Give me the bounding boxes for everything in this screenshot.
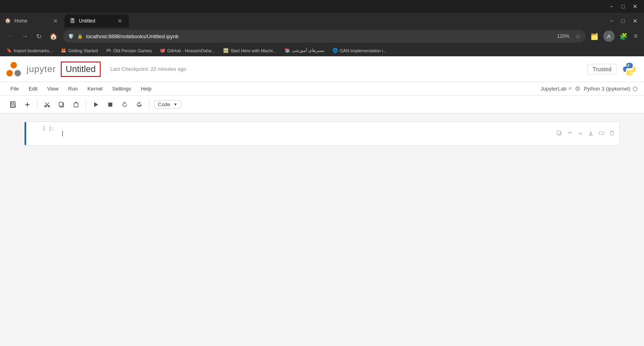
stop-icon bbox=[107, 101, 114, 108]
start-here-icon: 🖼️ bbox=[223, 48, 229, 53]
jupyter-header: jupyter Untitled Last Checkpoint: 22 min… bbox=[0, 56, 644, 82]
restart-run-button[interactable] bbox=[133, 100, 146, 109]
security-icon: 🛡️ bbox=[68, 33, 74, 39]
tab-untitled[interactable]: 📓 Untitled ✕ bbox=[64, 14, 129, 27]
copy-cell-icon bbox=[557, 130, 562, 136]
save-icon bbox=[10, 101, 16, 108]
cell-cursor bbox=[62, 131, 63, 136]
checkpoint-text: Last Checkpoint: 22 minutes ago bbox=[110, 66, 186, 72]
bookmark-start-here[interactable]: 🖼️ Start Here with Machi... bbox=[220, 47, 279, 54]
browser-minimize-button[interactable]: − bbox=[607, 17, 616, 25]
bookmark-getting-started[interactable]: 🦊 Getting Started bbox=[58, 47, 101, 54]
move-down-icon bbox=[578, 130, 583, 136]
close-button[interactable]: ✕ bbox=[630, 3, 641, 10]
run-icon bbox=[93, 101, 99, 108]
home-tab-close[interactable]: ✕ bbox=[52, 17, 60, 25]
lock-icon: 🔒 bbox=[77, 34, 83, 39]
address-bar: ← → ↻ 🏠 🛡️ 🔒 120% ☆ 🗂️ A 🧩 ≡ bbox=[0, 27, 644, 45]
cell-type-chevron: ▼ bbox=[173, 102, 178, 107]
back-button[interactable]: ← bbox=[5, 31, 16, 41]
bookmark-import-label: Import bookmarks... bbox=[14, 48, 53, 53]
home-nav-button[interactable]: 🏠 bbox=[47, 31, 60, 42]
address-input[interactable] bbox=[86, 33, 551, 39]
menu-run[interactable]: Run bbox=[64, 84, 82, 93]
svg-rect-10 bbox=[59, 102, 63, 106]
copy-icon bbox=[58, 101, 65, 108]
cell-type-dropdown[interactable]: Code ▼ bbox=[154, 100, 181, 109]
menu-file[interactable]: File bbox=[6, 84, 23, 93]
svg-rect-11 bbox=[74, 103, 78, 107]
toggle-icon bbox=[599, 130, 604, 136]
bookmark-old-persian-games-label: Old Persian Games bbox=[113, 48, 152, 53]
menu-help[interactable]: Help bbox=[137, 84, 156, 93]
notebook-title: Untitled bbox=[66, 64, 96, 74]
svg-marker-15 bbox=[139, 102, 140, 104]
delete-icon bbox=[609, 130, 615, 136]
settings-icon[interactable]: ⚙ bbox=[575, 85, 580, 93]
bookmark-amouzesh[interactable]: 📚 مسرهای آموزشی bbox=[281, 47, 328, 54]
maximize-button[interactable]: □ bbox=[618, 3, 628, 10]
kernel-indicator: Python 3 (ipykernel) bbox=[584, 86, 638, 92]
browser-maximize-button[interactable]: □ bbox=[618, 17, 628, 25]
restart-button[interactable] bbox=[118, 100, 131, 109]
menu-view[interactable]: View bbox=[43, 84, 62, 93]
bookmark-start-here-label: Start Here with Machi... bbox=[230, 48, 276, 53]
bookmark-old-persian-games[interactable]: 🎮 Old Persian Games bbox=[103, 47, 155, 54]
run-button[interactable] bbox=[89, 100, 102, 109]
tab-bar: 🏠 Home ✕ 📓 Untitled ✕ − □ ✕ bbox=[0, 13, 644, 27]
copy-cell-button[interactable] bbox=[555, 129, 564, 139]
browser-close-button[interactable]: ✕ bbox=[630, 17, 641, 25]
save-button[interactable] bbox=[6, 100, 19, 109]
delete-cell-button[interactable] bbox=[607, 129, 616, 139]
bookmark-import[interactable]: 🔖 Import bookmarks... bbox=[3, 47, 56, 54]
menu-right: JupyterLab ↗ ⚙ Python 3 (ipykernel) bbox=[541, 85, 638, 93]
home-tab-title: Home bbox=[14, 18, 48, 24]
add-cell-button[interactable] bbox=[21, 100, 34, 109]
address-input-wrapper: 🛡️ 🔒 120% ☆ bbox=[63, 30, 586, 43]
import-bookmark-icon: 🔖 bbox=[6, 48, 12, 53]
paste-button[interactable] bbox=[70, 100, 83, 109]
amouzesh-icon: 📚 bbox=[285, 48, 290, 53]
forward-button[interactable]: → bbox=[19, 31, 31, 41]
star-icon[interactable]: ☆ bbox=[575, 33, 581, 40]
pocket-icon[interactable]: 🗂️ bbox=[589, 31, 600, 42]
copy-button[interactable] bbox=[55, 100, 68, 109]
untitled-tab-close[interactable]: ✕ bbox=[116, 17, 124, 25]
bookmark-getting-started-label: Getting Started bbox=[68, 48, 98, 53]
zoom-level[interactable]: 120% bbox=[555, 33, 572, 40]
trusted-button[interactable]: Trusted bbox=[587, 64, 617, 74]
menu-kernel[interactable]: Kernel bbox=[83, 84, 107, 93]
bookmark-gan-label: GAN Implementation i... bbox=[340, 48, 387, 53]
bookmarks-bar: 🔖 Import bookmarks... 🦊 Getting Started … bbox=[0, 45, 644, 56]
logo-circle-top bbox=[10, 62, 17, 68]
new-tab-area bbox=[129, 14, 607, 27]
profile-icon[interactable]: A bbox=[603, 31, 615, 42]
notebook-area: jupyter Untitled Last Checkpoint: 22 min… bbox=[0, 56, 644, 346]
menu-icon[interactable]: ≡ bbox=[632, 31, 639, 41]
minimize-button[interactable]: − bbox=[607, 3, 616, 10]
extensions-icon[interactable]: 🧩 bbox=[618, 31, 629, 42]
jupyterlab-link[interactable]: JupyterLab ↗ bbox=[541, 86, 572, 92]
move-cell-down-button[interactable] bbox=[576, 129, 585, 139]
jupyter-menu: File Edit View Run Kernel Settings Help … bbox=[0, 82, 644, 96]
reload-button[interactable]: ↻ bbox=[34, 31, 44, 42]
cut-button[interactable] bbox=[41, 100, 54, 109]
svg-rect-1 bbox=[11, 102, 14, 104]
bookmark-github[interactable]: 🐙 GitHub - HosseinDaha... bbox=[157, 47, 218, 54]
move-cell-up-button[interactable] bbox=[566, 129, 574, 139]
menu-edit[interactable]: Edit bbox=[25, 84, 41, 93]
cell-input[interactable] bbox=[58, 122, 552, 145]
toolbar-sep-2 bbox=[86, 100, 86, 109]
untitled-tab-title: Untitled bbox=[79, 18, 113, 24]
code-cell[interactable]: [ ]: bbox=[24, 122, 620, 146]
notebook-title-box[interactable]: Untitled bbox=[61, 62, 101, 77]
menu-settings[interactable]: Settings bbox=[108, 84, 135, 93]
svg-rect-19 bbox=[557, 131, 560, 134]
save-output-button[interactable] bbox=[586, 129, 595, 139]
toggle-output-button[interactable] bbox=[597, 129, 606, 139]
stop-button[interactable] bbox=[104, 100, 117, 109]
tab-home[interactable]: 🏠 Home ✕ bbox=[0, 14, 64, 27]
python-icon bbox=[622, 62, 637, 76]
svg-marker-12 bbox=[94, 102, 98, 107]
bookmark-gan[interactable]: 🌐 GAN Implementation i... bbox=[329, 47, 390, 54]
